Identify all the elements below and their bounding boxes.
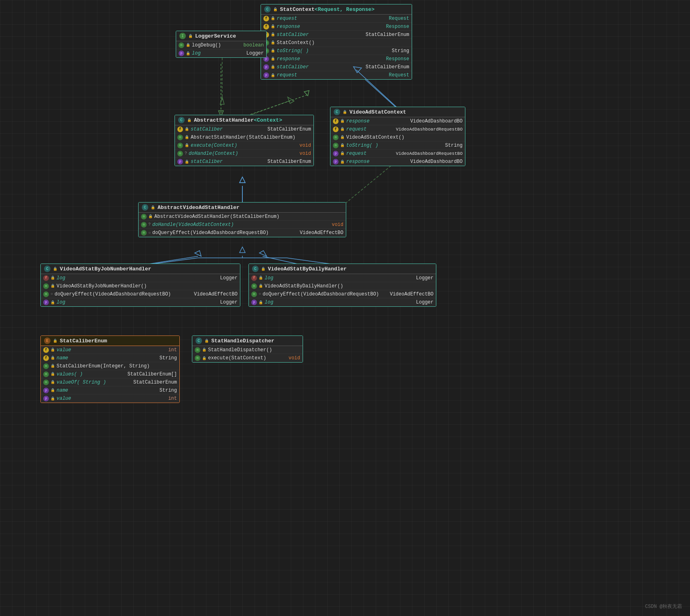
class-videoadstatbyjobhandler: C 🔒 VideoAdStatByJobNumberHandler f 🔒 lo… [40, 264, 240, 307]
member-row: m 🔒 StatHandleDispatcher() [192, 346, 303, 354]
member-row: p 🔒 log Logger [249, 298, 436, 306]
svg-marker-9 [195, 251, 201, 256]
svg-marker-7 [240, 177, 245, 183]
member-row: f 🔒 name String [41, 354, 179, 362]
class-title-stathandledispatcher: StatHandleDispatcher [211, 338, 274, 344]
member-row: f 🔒 request VideoAdDashboardRequestBO [330, 125, 465, 133]
class-title-videoadstatbydailyhandler: VideoAdStatByDailyHandler [268, 266, 347, 272]
class-title-abstractvideoadstathandler: AbstractVideoAdStatHandler [158, 205, 240, 211]
member-row: m 🔒 values( ) StatCaliberEnum[] [41, 370, 179, 378]
class-icon-videoadstatcontext: C [334, 109, 340, 115]
svg-marker-3 [288, 97, 294, 103]
member-row: m 🔒 VideoAdStatContext() [330, 133, 465, 141]
arrows-overlay [0, 0, 690, 616]
watermark: CSDN @秋夜无霜 [645, 603, 682, 610]
member-row: f 🔒 log Logger [249, 274, 436, 282]
svg-line-15 [244, 95, 307, 117]
svg-line-12 [345, 162, 396, 203]
member-row: m 🔒 VideoAdStatByJobNumberHandler() [41, 282, 240, 290]
member-row: m 🔒 valueOf( String ) StatCaliberEnum [41, 378, 179, 386]
class-icon-videoadstatbydailyhandler: C [252, 266, 259, 272]
member-row: p 🔒 log Logger [41, 298, 240, 306]
class-icon-videoadstatbyjobhandler: C [44, 266, 50, 272]
member-row: m 🔒 AbstractVideoAdStatHandler(StatCalib… [139, 213, 346, 221]
member-row: p 🔒 statCaliber StatCaliberEnum [261, 63, 412, 71]
member-row: m 🔒 VideoAdStatByDailyHandler() [249, 282, 436, 290]
member-row: m 🔒 toString( ) String [261, 47, 412, 55]
class-icon-loggerservice: I [179, 33, 186, 39]
member-row: p 🔒 response Response [261, 55, 412, 63]
svg-marker-20 [240, 177, 245, 183]
member-row: m ? doHandle(Context) void [175, 150, 313, 158]
member-row: m 🔒 AbstractStatHandler(StatCaliberEnum) [175, 133, 313, 141]
member-row: m 🔒 execute(Context) void [175, 141, 313, 150]
member-row: p 🔒 request VideoAdDashboardRequestBO [330, 150, 465, 158]
member-row: m 🔒 logDebug() boolean [176, 41, 266, 49]
member-row: m 🔒 execute(StatContext) void [192, 354, 303, 362]
member-row: m 🔒 StatCaliberEnum(Integer, String) [41, 362, 179, 370]
member-row: p 🔒 response VideoAdDashboardBO [330, 158, 465, 166]
svg-marker-25 [240, 247, 245, 253]
class-videoadstatbydailyhandler: C 🔒 VideoAdStatByDailyHandler f 🔒 log Lo… [248, 264, 436, 307]
class-title-videoadstatbyjobhandler: VideoAdStatByJobNumberHandler [60, 266, 151, 272]
class-videoadstatcontext: C 🔒 VideoAdStatContext f 🔒 response Vide… [330, 107, 465, 166]
member-row: p 🔒 value int [41, 394, 179, 403]
member-row: p 🔒 request Request [261, 71, 412, 79]
class-title-statcontext: StatContext<Request, Response> [280, 6, 374, 13]
member-row: m ○ doQueryEffect(VideoAdDashboardReques… [249, 290, 436, 298]
member-row: m 🔒 StatContext() [261, 39, 412, 47]
class-loggerservice: I 🔒 LoggerService m 🔒 logDebug() boolean… [176, 31, 267, 58]
member-row: f 🔒 response VideoAdDashboardBO [330, 117, 465, 125]
member-row: f 🔒 log Logger [41, 274, 240, 282]
diagram-canvas: C 🔒 StatContext<Request, Response> f 🔒 r… [0, 0, 690, 616]
class-statcaliberenum: E 🔒 StatCaliberEnum f 🔒 value int f 🔒 na… [40, 335, 180, 403]
class-icon-abstractstathandler: C [178, 117, 185, 123]
svg-marker-16 [304, 91, 309, 96]
member-row: m 🔒 toString( ) String [330, 141, 465, 150]
class-abstractstathandler: C 🔒 AbstractStatHandler<Context> f 🔒 sta… [175, 115, 314, 166]
class-statcontext: C 🔒 StatContext<Request, Response> f 🔒 r… [261, 4, 412, 80]
class-icon-stathandledispatcher: C [196, 338, 202, 344]
class-title-videoadstatcontext: VideoAdStatContext [349, 109, 406, 115]
member-row: f 🔒 value int [41, 346, 179, 354]
class-icon-statcaliberenum: E [44, 338, 50, 344]
member-row: p 🔒 statCaliber StatCaliberEnum [175, 158, 313, 166]
class-title-loggerservice: LoggerService [195, 33, 236, 39]
svg-marker-1 [220, 97, 224, 104]
member-row: p 🔒 name String [41, 386, 179, 394]
member-row: m ○ doQueryEffect(VideoAdDashboardReques… [139, 229, 346, 237]
member-row: f 🔒 request Request [261, 15, 412, 23]
member-row: f 🔒 response Response [261, 23, 412, 31]
class-icon-statcontext: C [264, 6, 271, 13]
svg-marker-11 [259, 251, 267, 256]
class-stathandledispatcher: C 🔒 StatHandleDispatcher m 🔒 StatHandleD… [192, 335, 303, 363]
class-icon-abstractvideoadstathandler: C [142, 204, 148, 211]
member-row: p 🔒 log Logger [176, 49, 266, 57]
class-title-statcaliberenum: StatCaliberEnum [60, 338, 107, 344]
member-row: f 🔒 statCaliber StatCaliberEnum [261, 31, 412, 39]
class-title-abstractstathandler: AbstractStatHandler<Context> [194, 117, 282, 123]
member-row: m ? doHandle(VideoAdStatContext) void [139, 221, 346, 229]
member-row: m ○ doQueryEffect(VideoAdDashboardReques… [41, 290, 240, 298]
class-abstractvideoadstathandler: C 🔒 AbstractVideoAdStatHandler m 🔒 Abstr… [138, 202, 346, 237]
member-row: f 🔒 statCaliber StatCaliberEnum [175, 125, 313, 133]
